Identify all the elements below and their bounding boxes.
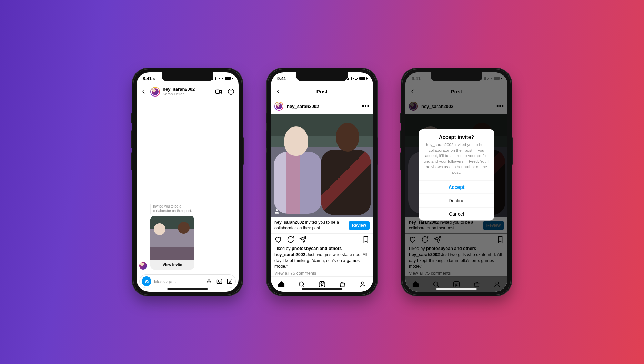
svg-point-18 [362,282,364,284]
cancel-button[interactable]: Cancel [419,207,494,220]
phone-dm: 8:41 ➤ hey_sarah2002 Sarah Heller Invite… [132,68,243,296]
svg-rect-14 [319,281,325,287]
location-arrow-icon: ➤ [153,77,156,81]
svg-rect-0 [216,90,220,93]
post-actions [271,234,373,245]
status-time: 9:41 [277,76,286,81]
modal-body: hey_sarah2002 invited you to be a collab… [419,142,494,180]
post-image[interactable] [271,114,373,217]
caption: hey_sarah2002 Just two girls who skate n… [274,252,370,270]
sticker-icon[interactable] [226,277,233,285]
view-comments-link[interactable]: View all 75 comments [274,271,370,276]
modal-title: Accept invite? [419,129,494,142]
phone-modal: 9:41 Post hey_sarah2002••• hey_sarah2002… [401,68,512,296]
svg-point-11 [276,209,278,211]
video-call-icon[interactable] [214,88,223,96]
shop-tab-icon[interactable] [339,281,346,288]
svg-rect-5 [208,279,210,282]
like-icon[interactable] [274,236,282,243]
post-header: Post [271,84,373,99]
back-button[interactable] [140,88,148,95]
dm-username[interactable]: hey_sarah2002 [163,87,210,92]
svg-point-9 [229,281,230,281]
tagged-people-icon[interactable] [274,208,280,214]
comment-icon[interactable] [287,236,294,243]
battery-icon [225,77,232,80]
svg-point-3 [231,90,231,90]
likes-row[interactable]: Liked by photosbyean and others [274,246,370,251]
post-author-row: hey_sarah2002 ••• [271,99,373,114]
svg-line-13 [303,285,304,287]
collab-review-bar: hey_sarah2002 invited you to be a collab… [271,217,373,234]
voice-icon[interactable] [205,277,213,285]
svg-point-12 [299,282,303,286]
message-composer: Message... [139,274,236,288]
accept-invite-modal: Accept invite? hey_sarah2002 invited you… [419,129,494,221]
accept-button[interactable]: Accept [419,180,494,193]
wifi-icon [353,77,358,80]
info-icon[interactable] [227,88,235,96]
sender-avatar[interactable] [139,262,147,270]
battery-icon [359,77,367,80]
invite-text: Invited you to be a collaborator on thei… [150,204,199,214]
dm-header: hey_sarah2002 Sarah Heller [137,84,239,99]
svg-rect-7 [217,279,222,283]
review-user[interactable]: hey_sarah2002 [274,220,304,225]
home-tab-icon[interactable] [278,281,285,288]
page-title: Post [271,89,373,94]
profile-tab-icon[interactable] [359,281,366,288]
share-icon[interactable] [299,236,307,243]
view-invite-button[interactable]: View Invite [150,260,194,270]
camera-button[interactable] [142,276,151,286]
collab-invite-card: Invited you to be a collaborator on thei… [150,204,199,270]
gallery-icon[interactable] [215,277,223,285]
phone-post: 9:41 Post hey_sarah2002 ••• hey_sarah200… [267,68,377,296]
post-username[interactable]: hey_sarah2002 [287,104,359,109]
more-options-icon[interactable]: ••• [362,103,370,110]
avatar[interactable] [150,87,160,97]
wifi-icon [219,77,223,80]
save-icon[interactable] [362,236,370,243]
dm-fullname: Sarah Heller [163,92,210,97]
review-button[interactable]: Review [349,221,370,230]
search-tab-icon[interactable] [298,281,305,288]
invite-thumbnail[interactable] [150,216,194,260]
status-time: 8:41 [143,76,152,81]
decline-button[interactable]: Decline [419,193,494,207]
avatar[interactable] [274,102,283,111]
message-input[interactable]: Message... [154,279,202,284]
svg-point-10 [230,281,231,281]
reels-tab-icon[interactable] [318,281,326,288]
